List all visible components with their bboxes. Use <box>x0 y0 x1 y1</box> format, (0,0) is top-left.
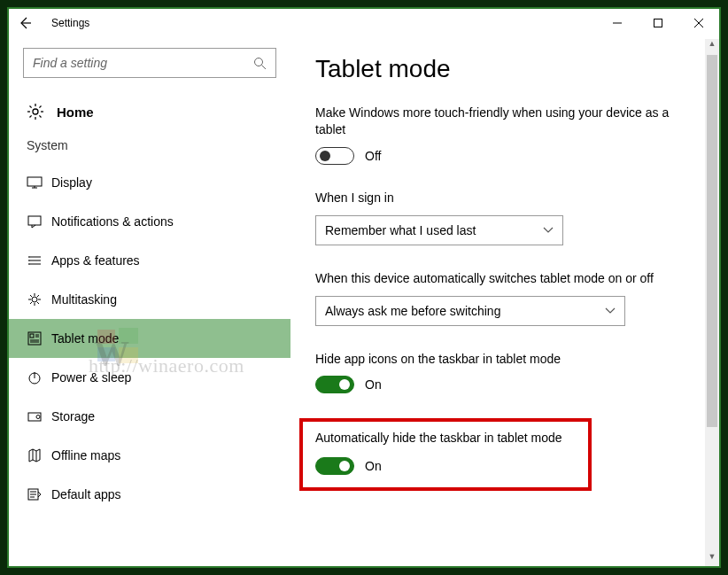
gear-icon <box>27 103 44 120</box>
svg-rect-12 <box>28 413 41 421</box>
touch-friendly-state: Off <box>365 149 381 163</box>
search-input[interactable]: Find a setting <box>23 48 276 78</box>
svg-point-1 <box>255 58 263 66</box>
svg-rect-10 <box>30 334 34 338</box>
apps-icon <box>27 253 51 268</box>
sidebar-item-label: Multitasking <box>51 292 117 307</box>
home-label: Home <box>57 105 94 120</box>
hide-taskbar-toggle[interactable] <box>315 457 354 475</box>
signin-select[interactable]: Remember what I used last <box>315 215 563 245</box>
settings-window: Settings Find a setting <box>7 7 721 568</box>
power-icon <box>27 369 51 385</box>
sidebar-item-default-apps[interactable]: Default apps <box>9 475 290 514</box>
touch-friendly-toggle[interactable] <box>315 147 354 165</box>
signin-setting: When I sign in Remember what I used last <box>315 190 698 245</box>
sidebar-item-display[interactable]: Display <box>9 163 290 202</box>
sidebar-item-label: Notifications & actions <box>51 214 174 229</box>
scroll-thumb[interactable] <box>707 55 717 427</box>
hide-taskbar-state: On <box>365 459 382 473</box>
switch-value: Always ask me before switching <box>325 304 500 318</box>
search-placeholder: Find a setting <box>33 56 253 70</box>
multitasking-icon <box>27 291 51 307</box>
scrollbar[interactable]: ▲ ▼ <box>705 39 719 566</box>
svg-point-2 <box>33 109 38 114</box>
switch-select[interactable]: Always ask me before switching <box>315 296 625 326</box>
page-title: Tablet mode <box>315 55 698 83</box>
storage-icon <box>27 408 51 424</box>
sidebar-item-offline-maps[interactable]: Offline maps <box>9 436 290 475</box>
scroll-up-icon[interactable]: ▲ <box>705 39 719 53</box>
signin-value: Remember what I used last <box>325 223 476 237</box>
sidebar-item-label: Apps & features <box>51 253 140 268</box>
svg-point-13 <box>36 416 40 419</box>
switch-label: When this device automatically switches … <box>315 270 687 287</box>
close-button[interactable] <box>678 9 719 37</box>
tablet-icon <box>27 330 51 346</box>
switch-setting: When this device automatically switches … <box>315 270 698 326</box>
search-icon <box>253 57 267 70</box>
chevron-down-icon <box>605 307 616 315</box>
section-label: System <box>9 135 290 159</box>
touch-friendly-setting: Make Windows more touch-friendly when us… <box>315 105 698 165</box>
back-button[interactable] <box>18 16 43 30</box>
maps-icon <box>27 447 51 463</box>
sidebar-item-power-sleep[interactable]: Power & sleep <box>9 358 290 397</box>
svg-point-7 <box>29 264 30 265</box>
svg-rect-4 <box>28 216 41 225</box>
sidebar-item-label: Storage <box>51 409 95 423</box>
display-icon <box>27 175 51 190</box>
content-pane: Tablet mode Make Windows more touch-frie… <box>290 37 719 566</box>
svg-point-6 <box>29 260 30 261</box>
sidebar-item-label: Default apps <box>51 487 121 501</box>
hide-icons-state: On <box>365 377 382 392</box>
svg-rect-0 <box>654 19 662 27</box>
sidebar-item-label: Tablet mode <box>51 331 119 346</box>
scroll-down-icon[interactable]: ▼ <box>705 552 719 566</box>
sidebar-item-storage[interactable]: Storage <box>9 397 290 436</box>
hide-taskbar-label: Automatically hide the taskbar in tablet… <box>315 431 576 445</box>
sidebar-item-apps-features[interactable]: Apps & features <box>9 241 290 280</box>
hide-icons-toggle[interactable] <box>315 376 354 393</box>
notifications-icon <box>27 214 51 229</box>
chevron-down-icon <box>543 227 554 234</box>
svg-point-8 <box>32 297 37 302</box>
sidebar-item-label: Offline maps <box>51 448 120 462</box>
hide-icons-label: Hide app icons on the taskbar in tablet … <box>315 351 687 368</box>
svg-rect-3 <box>27 177 42 186</box>
home-nav[interactable]: Home <box>9 96 290 135</box>
nav-list: DisplayNotifications & actionsApps & fea… <box>9 163 290 566</box>
sidebar: Find a setting Home System DisplayNotifi… <box>9 37 290 566</box>
default-apps-icon <box>27 486 51 502</box>
sidebar-item-label: Power & sleep <box>51 370 131 385</box>
minimize-button[interactable] <box>597 9 638 37</box>
svg-point-5 <box>29 257 30 258</box>
touch-friendly-label: Make Windows more touch-friendly when us… <box>315 105 687 138</box>
hide-icons-setting: Hide app icons on the taskbar in tablet … <box>315 351 698 394</box>
sidebar-item-label: Display <box>51 175 92 190</box>
signin-label: When I sign in <box>315 190 687 206</box>
highlight-box: Automatically hide the taskbar in tablet… <box>299 418 592 491</box>
titlebar: Settings <box>9 9 719 37</box>
sidebar-item-multitasking[interactable]: Multitasking <box>9 280 290 319</box>
window-title: Settings <box>51 17 597 29</box>
sidebar-item-notifications-actions[interactable]: Notifications & actions <box>9 202 290 241</box>
maximize-button[interactable] <box>638 9 678 37</box>
sidebar-item-tablet-mode[interactable]: Tablet mode <box>9 319 290 358</box>
